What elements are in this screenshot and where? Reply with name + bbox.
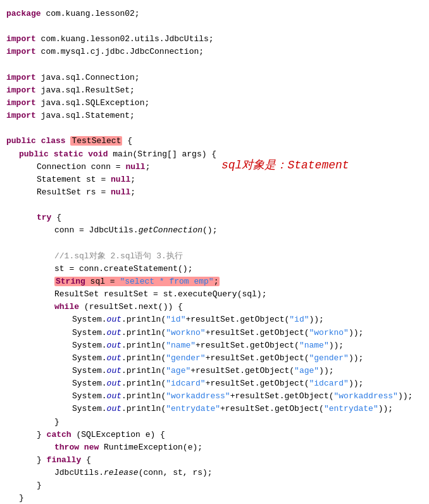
line-class-decl: public class TestSelect { [6,135,423,148]
line-comment1: //1.sql对象 2.sql语句 3.执行 [6,250,423,263]
line-while: while (resultSet.next()) { [6,301,423,313]
line-sql-decl: String sql = "select * from emp"; [6,275,423,288]
line-rs-decl: ResultSet rs = null; [6,186,423,199]
line-import4: import java.sql.ResultSet; [6,84,423,97]
line-print-workaddr: System.out.println("workaddress"+resultS… [6,390,423,403]
line-st-assign: st = conn.createStatement(); [6,263,423,275]
code-container: package com.kuang.lesson02; import com.k… [0,0,429,504]
line-blank4 [6,199,423,211]
line-finally-close: } [6,479,423,492]
line-print-idcard: System.out.println("idcard"+resultSet.ge… [6,377,423,390]
line-print-name: System.out.println("name"+resultSet.getO… [6,339,423,352]
line-blank3 [6,122,423,135]
sql-annotation: sql对象是：Statement [221,157,349,175]
line-st-decl: Statement st = null; [6,173,423,186]
line-catch: } catch (SQLException e) { [6,429,423,441]
line-blank1 [6,20,423,33]
line-conn-decl: Connection conn = null; [6,161,423,173]
line-import3: import java.sql.Connection; [6,72,423,84]
line-main-close: } [6,492,423,504]
line-finally: } finally { [6,454,423,467]
line-print-id: System.out.println("id"+resultSet.getObj… [6,313,423,326]
line-print-age: System.out.println("age"+resultSet.getOb… [6,365,423,377]
line-release: JdbcUtils.release(conn, st, rs); [6,467,423,479]
line-blank2 [6,59,423,72]
line-rs-assign: ResultSet resultSet = st.executeQuery(sq… [6,288,423,301]
line-print-gender: System.out.println("gender"+resultSet.ge… [6,352,423,365]
line-main-decl: public static void main(String[] args) { [6,148,423,161]
line-print-workno: System.out.println("workno"+resultSet.ge… [6,327,423,339]
line-import1: import com.kuang.lesson02.utils.JdbcUtil… [6,33,423,46]
line-throw: throw new RuntimeException(e); [6,441,423,454]
line-import5: import java.sql.SQLException; [6,97,423,110]
line-conn-assign: conn = JdbcUtils.getConnection(); [6,224,423,237]
line-import2: import com.mysql.cj.jdbc.JdbcConnection; [6,46,423,58]
line-pkg: package com.kuang.lesson02; [6,8,423,20]
line-while-close: } [6,416,423,429]
line-import6: import java.sql.Statement; [6,110,423,122]
line-try: try { [6,211,423,224]
line-print-entrydate: System.out.println("entrydate"+resultSet… [6,403,423,415]
line-blank5 [6,237,423,250]
